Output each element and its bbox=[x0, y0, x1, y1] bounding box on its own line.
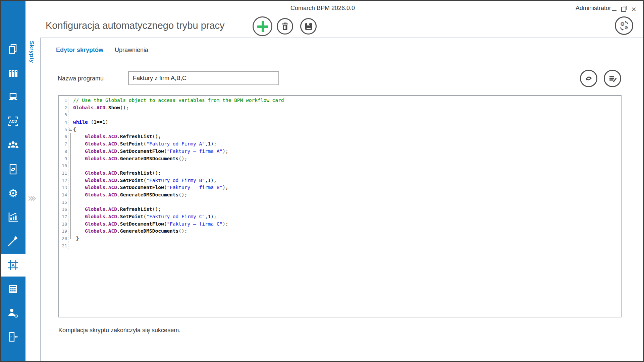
code-text: Globals.ACD.RefreshList(); bbox=[73, 206, 161, 213]
add-button[interactable] bbox=[253, 16, 272, 36]
sidebar-item-statistics[interactable] bbox=[1, 206, 25, 229]
sidebar-item-documents[interactable] bbox=[1, 38, 25, 61]
vertical-tab-skrypty[interactable]: Skrypty bbox=[28, 41, 35, 63]
refresh-icon bbox=[584, 73, 594, 83]
line-number: 3 bbox=[59, 111, 68, 119]
line-number: 16 bbox=[59, 206, 68, 213]
documents-icon bbox=[7, 43, 19, 55]
delete-button[interactable] bbox=[277, 18, 293, 35]
refresh-script-button[interactable] bbox=[580, 70, 597, 87]
code-line: 17 Globals.ACD.SetPoint("Faktury od Firm… bbox=[59, 213, 621, 221]
code-line: 10 bbox=[59, 162, 621, 170]
code-text: Globals.ACD.RefreshList(); bbox=[73, 170, 161, 177]
code-text: } bbox=[73, 235, 79, 242]
fold-margin bbox=[68, 170, 73, 177]
code-line: 5{ bbox=[59, 126, 621, 133]
fold-margin bbox=[68, 119, 73, 126]
logged-user: Administrator bbox=[576, 5, 611, 12]
code-text: Globals.ACD.GenerateDMSDocuments(); bbox=[73, 191, 187, 199]
line-number: 2 bbox=[59, 104, 68, 112]
edit-list-icon bbox=[607, 73, 618, 83]
minimize-icon[interactable] bbox=[612, 10, 616, 11]
code-line: 13 Globals.ACD.SetDocumentFlow("Faktury … bbox=[59, 184, 621, 191]
code-text: Globals.ACD.SetPoint("Faktury od Firmy A… bbox=[73, 140, 217, 148]
compile-script-button[interactable] bbox=[604, 70, 621, 87]
svg-text:⚙: ⚙ bbox=[624, 25, 628, 30]
fold-margin bbox=[68, 148, 73, 155]
program-name-input[interactable] bbox=[128, 71, 279, 85]
sidebar-item-user-administration[interactable]: ⚙ bbox=[1, 302, 25, 324]
line-number: 7 bbox=[59, 140, 68, 148]
fold-margin bbox=[68, 133, 73, 140]
sidebar-item-automatic-mode[interactable]: A bbox=[1, 254, 25, 277]
code-line: 21 bbox=[59, 242, 621, 250]
svg-text:ACD: ACD bbox=[9, 119, 17, 123]
code-line: 1// Use the Globals object to access var… bbox=[59, 97, 621, 104]
code-text: Globals.ACD.GenerateDMSDocuments(); bbox=[73, 155, 187, 163]
window-controls: × bbox=[612, 6, 637, 12]
app-title: Comarch BPM 2026.0.0 bbox=[1, 5, 644, 12]
fold-margin bbox=[68, 177, 73, 184]
sidebar-item-users-groups[interactable] bbox=[1, 134, 25, 157]
line-number: 21 bbox=[59, 242, 68, 250]
fold-margin bbox=[68, 155, 73, 163]
code-text: Globals.ACD.SetPoint("Faktury od Firmy B… bbox=[73, 177, 217, 184]
code-line: 7 Globals.ACD.SetPoint("Faktury od Firmy… bbox=[59, 140, 621, 148]
code-line: 6 Globals.ACD.RefreshList(); bbox=[59, 133, 621, 140]
tab-bar: Edytor skryptów Uprawnienia bbox=[56, 47, 148, 54]
save-button[interactable] bbox=[300, 18, 317, 35]
fold-margin bbox=[68, 242, 73, 250]
tab-permissions[interactable]: Uprawnienia bbox=[115, 47, 148, 54]
line-number: 14 bbox=[59, 191, 68, 199]
header-divider bbox=[40, 38, 643, 38]
code-line: 16 Globals.ACD.RefreshList(); bbox=[59, 206, 621, 213]
code-text: Globals.ACD.SetDocumentFlow("Faktury – f… bbox=[73, 221, 228, 228]
sidebar-item-document-processing[interactable] bbox=[1, 158, 25, 181]
fold-margin bbox=[68, 206, 73, 213]
svg-text:A: A bbox=[11, 263, 15, 268]
save-icon bbox=[304, 22, 313, 31]
line-number: 5 bbox=[59, 126, 68, 133]
fold-collapse-icon[interactable] bbox=[68, 126, 73, 133]
close-icon[interactable]: × bbox=[631, 7, 637, 11]
calendar-grid-icon bbox=[7, 283, 19, 295]
code-text: while (1==1) bbox=[73, 119, 108, 126]
tab-script-editor[interactable]: Edytor skryptów bbox=[56, 47, 103, 54]
plus-icon bbox=[257, 21, 268, 32]
fold-margin bbox=[68, 140, 73, 148]
document-sync-icon bbox=[7, 163, 19, 175]
sidebar-item-logout[interactable] bbox=[1, 325, 25, 348]
line-number: 18 bbox=[59, 221, 68, 228]
sidebar-item-acd[interactable]: ACD bbox=[1, 110, 25, 133]
fold-margin bbox=[68, 213, 73, 221]
line-number: 9 bbox=[59, 155, 68, 163]
people-icon bbox=[7, 139, 19, 152]
expand-panel-chevron-icon[interactable]: »» bbox=[28, 191, 32, 204]
fold-margin bbox=[68, 199, 73, 206]
code-text: Globals.ACD.RefreshList(); bbox=[73, 133, 161, 140]
compilation-status-message: Kompilacja skryptu zakończyła się sukces… bbox=[58, 327, 180, 334]
automation-settings-button[interactable]: ⚙ ⚙ bbox=[615, 16, 633, 35]
laptop-icon bbox=[7, 91, 19, 103]
chart-icon bbox=[7, 211, 19, 224]
sidebar-item-workstation[interactable] bbox=[1, 86, 25, 109]
restore-icon[interactable] bbox=[621, 7, 626, 12]
code-text: Globals.ACD.GenerateDMSDocuments(); bbox=[73, 228, 187, 235]
line-number: 13 bbox=[59, 184, 68, 191]
sidebar-item-wizard[interactable] bbox=[1, 230, 25, 252]
fold-margin bbox=[68, 184, 73, 191]
user-gear-icon: ⚙ bbox=[7, 307, 19, 319]
code-line: 4while (1==1) bbox=[59, 119, 621, 126]
artboard-icon: A bbox=[7, 259, 19, 272]
code-lines: 1// Use the Globals object to access var… bbox=[59, 97, 621, 249]
svg-text:⚙: ⚙ bbox=[14, 313, 18, 319]
acd-scan-icon: ACD bbox=[7, 115, 19, 128]
code-line: 12 Globals.ACD.SetPoint("Faktury od Firm… bbox=[59, 177, 621, 184]
code-line: 8 Globals.ACD.SetDocumentFlow("Faktury –… bbox=[59, 148, 621, 155]
sidebar-item-schedule[interactable] bbox=[1, 278, 25, 300]
gear-icon: ⚙ bbox=[8, 188, 18, 199]
script-code-editor[interactable]: 1// Use the Globals object to access var… bbox=[58, 95, 622, 317]
sidebar-item-binders[interactable] bbox=[1, 62, 25, 85]
sidebar-item-settings[interactable]: ⚙ bbox=[1, 182, 25, 204]
exit-door-icon bbox=[7, 331, 19, 343]
